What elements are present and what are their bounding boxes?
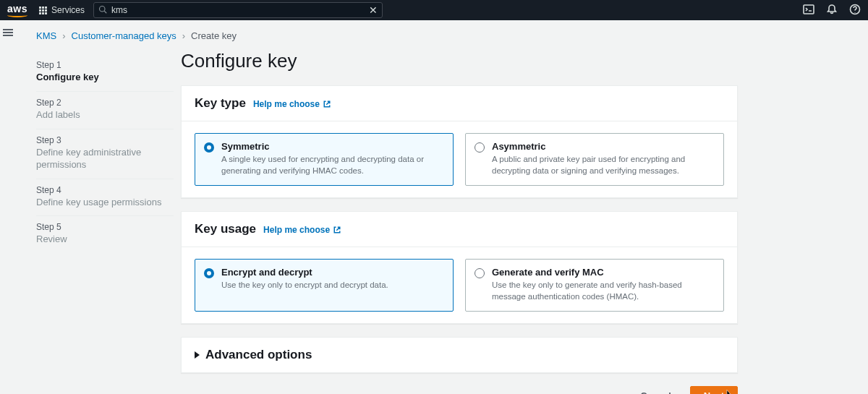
- step-label: Configure key: [36, 72, 174, 84]
- radio-icon: [475, 142, 485, 153]
- step-label: Define key administrative permissions: [36, 147, 174, 171]
- option-desc: Use the key only to generate and verify …: [492, 280, 715, 302]
- radio-icon: [475, 268, 485, 278]
- step-label: Review: [36, 234, 174, 246]
- services-button[interactable]: Services: [39, 5, 85, 15]
- wizard-step-4[interactable]: Step 4Define key usage permissions: [36, 179, 174, 217]
- svg-line-1: [104, 11, 106, 13]
- key-type-option-1[interactable]: AsymmetricA public and private key pair …: [465, 133, 724, 186]
- help-icon[interactable]: [849, 4, 861, 17]
- chevron-right-icon: ›: [182, 30, 185, 41]
- wizard-step-2[interactable]: Step 2Add labels: [36, 92, 174, 129]
- step-num: Step 2: [36, 98, 174, 108]
- option-title: Generate and verify MAC: [492, 267, 715, 278]
- svg-point-0: [100, 6, 106, 12]
- advanced-options-expander[interactable]: Advanced options: [181, 337, 738, 373]
- step-num: Step 3: [36, 135, 174, 145]
- wizard-step-3[interactable]: Step 3Define key administrative permissi…: [36, 129, 174, 179]
- breadcrumb: KMS › Customer-managed keys › Create key: [36, 27, 745, 50]
- option-title: Symmetric: [221, 141, 444, 152]
- wizard-step-1[interactable]: Step 1Configure key: [36, 54, 174, 92]
- wizard-steps: Step 1Configure keyStep 2Add labelsStep …: [36, 50, 174, 394]
- key-type-panel: Key type Help me choose SymmetricA singl…: [181, 85, 738, 198]
- option-title: Encrypt and decrypt: [221, 267, 388, 278]
- search-input[interactable]: [111, 5, 369, 15]
- key-usage-title: Key usage: [195, 222, 256, 236]
- caret-right-icon: [195, 351, 200, 359]
- key-type-help-link[interactable]: Help me choose: [253, 99, 331, 109]
- step-label: Define key usage permissions: [36, 197, 174, 209]
- top-nav: aws Services ✕: [0, 0, 868, 20]
- option-title: Asymmetric: [492, 141, 715, 152]
- key-type-title: Key type: [195, 96, 246, 111]
- services-label: Services: [51, 5, 85, 15]
- step-label: Add labels: [36, 109, 174, 121]
- advanced-options-title: Advanced options: [205, 348, 312, 362]
- wizard-step-5[interactable]: Step 5Review: [36, 216, 174, 253]
- notifications-icon[interactable]: [826, 4, 838, 17]
- aws-logo[interactable]: aws: [7, 3, 27, 17]
- key-usage-option-0[interactable]: Encrypt and decryptUse the key only to e…: [195, 259, 454, 312]
- option-desc: Use the key only to encrypt and decrypt …: [221, 280, 388, 291]
- key-type-option-0[interactable]: SymmetricA single key used for encryptin…: [195, 133, 454, 186]
- external-link-icon: [323, 100, 331, 108]
- option-desc: A single key used for encrypting and dec…: [221, 154, 444, 176]
- next-button[interactable]: Next: [690, 386, 738, 394]
- svg-rect-2: [804, 5, 814, 14]
- footer-actions: Cancel Next: [181, 386, 738, 394]
- cancel-button[interactable]: Cancel: [629, 386, 683, 394]
- key-usage-panel: Key usage Help me choose Encrypt and dec…: [181, 211, 738, 324]
- radio-icon: [204, 268, 214, 278]
- chevron-right-icon: ›: [62, 30, 65, 41]
- radio-icon: [204, 142, 214, 153]
- breadcrumb-mid[interactable]: Customer-managed keys: [72, 30, 176, 41]
- step-num: Step 4: [36, 185, 174, 195]
- key-usage-help-link[interactable]: Help me choose: [263, 225, 341, 235]
- step-num: Step 1: [36, 60, 174, 70]
- breadcrumb-root[interactable]: KMS: [36, 30, 56, 41]
- breadcrumb-current: Create key: [191, 30, 237, 41]
- search-icon: [98, 5, 107, 16]
- external-link-icon: [333, 226, 341, 234]
- clear-icon[interactable]: ✕: [369, 4, 378, 16]
- page-title: Configure key: [181, 50, 738, 72]
- cloudshell-icon[interactable]: [803, 4, 814, 17]
- option-desc: A public and private key pair used for e…: [492, 154, 715, 176]
- key-usage-option-1[interactable]: Generate and verify MACUse the key only …: [465, 259, 724, 312]
- step-num: Step 5: [36, 222, 174, 232]
- hamburger-menu[interactable]: [3, 29, 13, 30]
- search-box[interactable]: ✕: [93, 2, 383, 18]
- grid-icon: [39, 7, 47, 14]
- pointer-cursor-icon: [724, 389, 733, 394]
